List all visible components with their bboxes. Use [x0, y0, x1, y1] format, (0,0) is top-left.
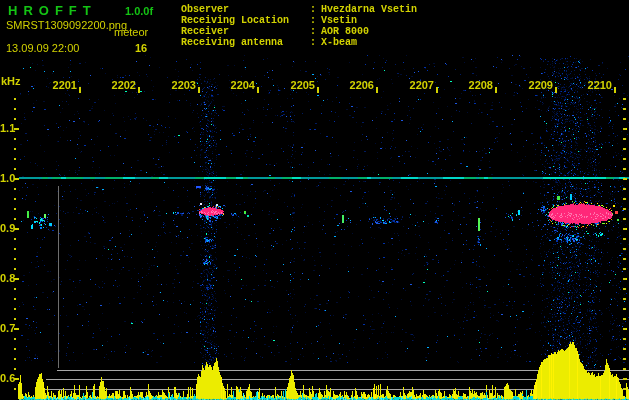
station-info-row: Receiving antenna:X-beam	[181, 37, 417, 48]
info-value: X-beam	[321, 37, 357, 48]
y-tick-label: 0.7	[0, 322, 13, 334]
info-colon: :	[310, 26, 321, 37]
y-tick-label: 1.1	[0, 122, 13, 134]
x-tick-label: 2203	[160, 79, 196, 91]
station-info-row: Receiver:AOR 8000	[181, 26, 417, 37]
x-tick-label: 2204	[219, 79, 255, 91]
hrofft-spectrogram-screen: HROFFT 1.0.0f SMRST1309092200.png meteor…	[0, 0, 629, 400]
x-tick-label: 2205	[279, 79, 315, 91]
x-tick-label: 2208	[457, 79, 493, 91]
spectrogram-canvas	[0, 0, 629, 400]
info-value: Vsetin	[321, 15, 357, 26]
mode-label: meteor	[114, 26, 148, 38]
info-colon: :	[310, 37, 321, 48]
y-tick-label: 0.8	[0, 272, 13, 284]
info-value: Hvezdarna Vsetin	[321, 4, 417, 15]
info-colon: :	[310, 15, 321, 26]
station-info-block: Observer:Hvezdarna VsetinReceiving Locat…	[181, 4, 417, 48]
y-axis-unit-label: kHz	[1, 75, 21, 87]
output-filename: SMRST1309092200.png	[6, 19, 127, 31]
info-label: Observer	[181, 4, 310, 15]
info-label: Receiver	[181, 26, 310, 37]
x-tick-label: 2202	[100, 79, 136, 91]
info-value: AOR 8000	[321, 26, 369, 37]
y-tick-label: 0.9	[0, 222, 13, 234]
info-colon: :	[310, 4, 321, 15]
observation-datetime: 13.09.09 22:00	[6, 42, 79, 54]
y-tick-label: 0.6	[0, 372, 13, 384]
x-tick-label: 2201	[41, 79, 77, 91]
version-label: 1.0.0f	[125, 5, 153, 17]
x-tick-label: 2206	[338, 79, 374, 91]
app-title: HROFFT	[8, 3, 97, 18]
station-info-row: Receiving Location:Vsetin	[181, 15, 417, 26]
x-tick-label: 2207	[398, 79, 434, 91]
meteor-count: 16	[135, 42, 147, 54]
station-info-row: Observer:Hvezdarna Vsetin	[181, 4, 417, 15]
x-tick-label: 2209	[517, 79, 553, 91]
y-tick-label: 1.0	[0, 172, 13, 184]
info-label: Receiving antenna	[181, 37, 310, 48]
info-label: Receiving Location	[181, 15, 310, 26]
x-tick-label: 2210	[576, 79, 612, 91]
